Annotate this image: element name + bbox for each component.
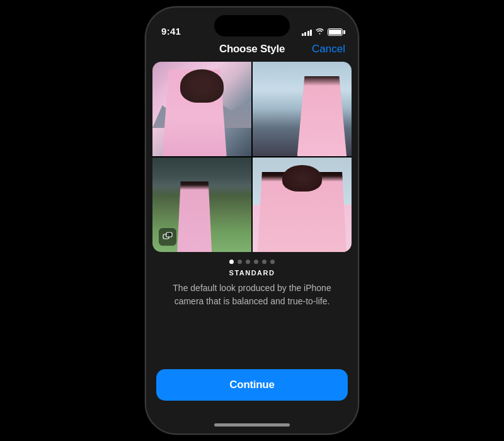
dot-3[interactable] — [246, 260, 250, 264]
person-2 — [297, 76, 347, 157]
page-dots — [229, 260, 275, 264]
face-4 — [282, 165, 322, 192]
dot-6[interactable] — [270, 260, 275, 264]
home-indicator — [146, 416, 358, 433]
nav-title: Choose Style — [219, 43, 285, 55]
dot-4[interactable] — [254, 260, 258, 264]
continue-button[interactable]: Continue — [156, 369, 348, 401]
photo-grid-container — [152, 62, 352, 252]
cancel-button[interactable]: Cancel — [312, 43, 345, 55]
svg-rect-1 — [166, 232, 172, 237]
home-bar — [214, 423, 290, 427]
dot-5[interactable] — [262, 260, 266, 264]
battery-icon — [328, 28, 343, 36]
face-1 — [180, 69, 224, 103]
dot-1[interactable] — [229, 260, 234, 264]
signal-bar-3 — [307, 31, 309, 36]
status-icons — [302, 27, 343, 37]
signal-bar-1 — [302, 33, 304, 36]
signal-bar-2 — [304, 32, 306, 36]
photo-cell-4[interactable] — [253, 158, 352, 252]
signal-icon — [302, 28, 312, 36]
signal-bar-4 — [310, 30, 312, 36]
content-area: STANDARD The default look produced by th… — [146, 62, 358, 416]
nav-bar: Choose Style Cancel — [146, 40, 358, 62]
photo-cell-1[interactable] — [152, 62, 251, 156]
photo-cell-3[interactable] — [152, 158, 251, 252]
dynamic-island — [214, 15, 290, 37]
dot-2[interactable] — [238, 260, 242, 264]
phone-frame: 9:41 Choose Style Cancel — [145, 6, 359, 435]
style-name: STANDARD — [229, 269, 275, 277]
photo-grid — [152, 62, 352, 252]
status-time: 9:41 — [161, 26, 181, 37]
gallery-icon[interactable] — [159, 228, 176, 246]
photo-cell-2[interactable] — [253, 62, 352, 156]
person-3 — [177, 181, 212, 253]
continue-button-label: Continue — [229, 379, 274, 391]
wifi-icon — [315, 27, 324, 37]
battery-fill — [329, 30, 341, 35]
style-description: The default look produced by the iPhone … — [146, 282, 358, 308]
